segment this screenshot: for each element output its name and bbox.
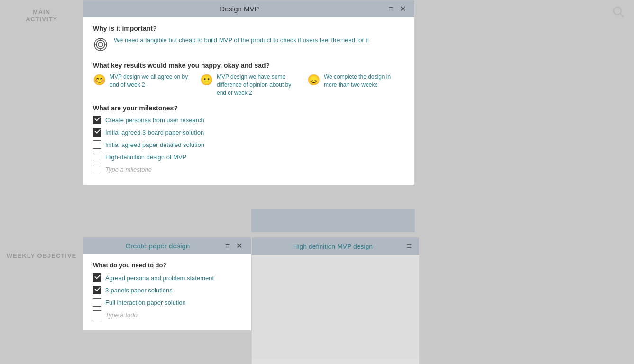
happy-text: MVP design we all agree on by end of wee…: [110, 73, 191, 89]
content-area: Design MVP ≡ ✕ Why is it important?: [83, 0, 634, 364]
create-paper-menu-button[interactable]: ≡: [224, 242, 230, 250]
milestone-checkbox-4[interactable]: [93, 153, 101, 161]
high-def-menu-icon[interactable]: ≡: [406, 241, 412, 251]
target-icon: [93, 37, 108, 54]
milestone-checkbox-1[interactable]: [93, 116, 101, 124]
sad-text: We complete the design in more than two …: [324, 73, 405, 89]
create-paper-body: What do you need to do? Agreed persona a…: [83, 254, 251, 330]
milestone-text-4: High-definition design of MVP: [105, 154, 186, 161]
key-result-okay: 😐 MVP design we have some difference of …: [200, 73, 298, 97]
gap-area-right: [415, 204, 634, 237]
design-mvp-body: Why is it important? We need a tangible …: [83, 17, 414, 185]
milestones-list: Create personas from user research Initi…: [93, 116, 405, 173]
milestone-checkbox-placeholder[interactable]: [93, 165, 101, 173]
milestone-checkbox-2[interactable]: [93, 128, 101, 136]
todo-checkbox-placeholder[interactable]: [93, 310, 101, 319]
create-paper-header-icons: ≡ ✕: [224, 241, 243, 250]
main-activity-label: MAINACTIVITY: [26, 9, 57, 23]
create-paper-close-button[interactable]: ✕: [235, 241, 243, 250]
okay-face-icon: 😐: [200, 74, 213, 86]
milestones-heading: What are your milestones?: [93, 104, 405, 112]
todo-text-3: Full interaction paper solution: [105, 299, 186, 306]
design-mvp-close-button[interactable]: ✕: [399, 4, 407, 13]
key-result-happy: 😊 MVP design we all agree on by end of w…: [93, 73, 191, 97]
create-paper-title: Create paper design: [91, 242, 224, 250]
design-mvp-menu-button[interactable]: ≡: [388, 5, 394, 13]
gap-area-left: [83, 204, 251, 237]
milestone-item-4: High-definition design of MVP: [93, 153, 405, 161]
todo-item-2: 3-panels paper solutions: [93, 286, 241, 294]
create-paper-header: Create paper design ≡ ✕: [83, 237, 251, 254]
todo-heading: What do you need to do?: [93, 262, 241, 269]
importance-row: We need a tangible but cheap to build MV…: [93, 36, 405, 54]
svg-point-3: [96, 40, 105, 49]
todo-item-3: Full interaction paper solution: [93, 298, 241, 307]
right-empty-area: [420, 237, 634, 364]
high-def-header: High definition MVP design ≡: [252, 237, 419, 255]
milestone-checkbox-3[interactable]: [93, 140, 101, 149]
importance-text: We need a tangible but cheap to build MV…: [114, 36, 369, 45]
milestone-text-3: Initial agreed paper detailed solution: [105, 141, 204, 148]
milestone-item-1: Create personas from user research: [93, 116, 405, 124]
todo-checkbox-3[interactable]: [93, 298, 101, 307]
todo-placeholder-text[interactable]: Type a todo: [105, 311, 138, 318]
design-mvp-header-icons: ≡ ✕: [388, 4, 407, 13]
todo-placeholder-item: Type a todo: [93, 310, 241, 319]
todo-checkbox-1[interactable]: [93, 273, 101, 282]
milestone-item-2: Initial agreed 3-board paper solution: [93, 128, 405, 136]
todo-text-1: Agreed persona and problem statement: [105, 274, 214, 282]
milestone-placeholder-item: Type a milestone: [93, 165, 405, 173]
okay-text: MVP design we have some difference of op…: [217, 73, 298, 97]
design-mvp-header: Design MVP ≡ ✕: [83, 0, 414, 17]
design-mvp-title: Design MVP: [91, 5, 388, 13]
todo-checkbox-2[interactable]: [93, 286, 101, 294]
svg-point-4: [98, 42, 103, 47]
key-results-row: 😊 MVP design we all agree on by end of w…: [93, 73, 405, 97]
milestone-item-3: Initial agreed paper detailed solution: [93, 140, 405, 149]
sad-face-icon: 😞: [307, 74, 320, 86]
key-result-sad: 😞 We complete the design in more than tw…: [307, 73, 405, 97]
create-paper-card: Create paper design ≡ ✕ What do you need…: [83, 237, 251, 331]
importance-heading: Why is it important?: [93, 25, 405, 32]
high-def-body: [252, 255, 419, 359]
happy-face-icon: 😊: [93, 74, 106, 86]
weekly-objective-label: WEEKLY OBJECTIVE: [0, 251, 83, 260]
milestone-text-2: Initial agreed 3-board paper solution: [105, 129, 204, 136]
design-mvp-card: Design MVP ≡ ✕ Why is it important?: [83, 0, 415, 185]
high-def-card: High definition MVP design ≡: [251, 237, 420, 364]
sidebar: MAINACTIVITY: [0, 0, 83, 364]
milestone-placeholder-text[interactable]: Type a milestone: [105, 166, 152, 173]
todo-item-1: Agreed persona and problem statement: [93, 273, 241, 282]
key-results-heading: What key results would make you happy, o…: [93, 62, 405, 69]
todo-text-2: 3-panels paper solutions: [105, 287, 173, 294]
high-def-title: High definition MVP design: [259, 243, 406, 250]
milestone-text-1: Create personas from user research: [105, 117, 204, 124]
